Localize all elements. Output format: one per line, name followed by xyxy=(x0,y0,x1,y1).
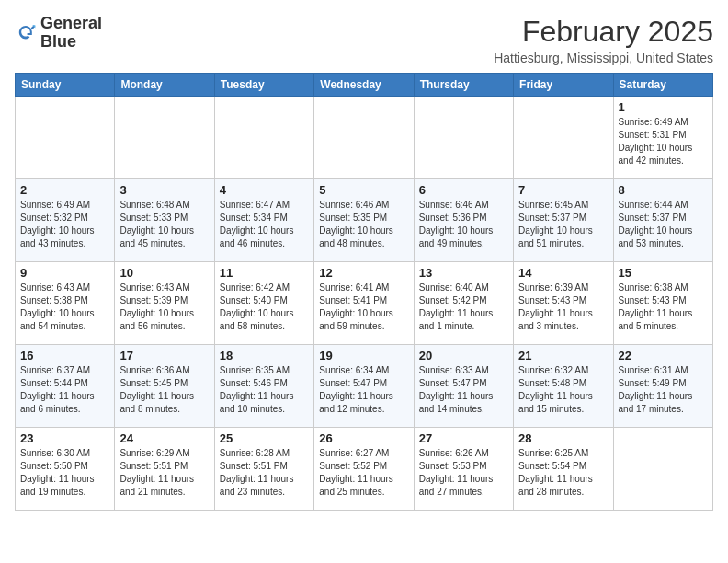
day-number: 4 xyxy=(220,183,309,197)
day-cell xyxy=(613,428,712,511)
day-cell: 25Sunrise: 6:28 AM Sunset: 5:51 PM Dayli… xyxy=(214,428,313,511)
day-number: 13 xyxy=(419,266,508,280)
calendar-table: SundayMondayTuesdayWednesdayThursdayFrid… xyxy=(15,73,713,511)
day-number: 19 xyxy=(319,349,408,362)
day-info: Sunrise: 6:40 AM Sunset: 5:42 PM Dayligh… xyxy=(419,282,508,333)
title-block: February 2025 Hattiesburg, Mississippi, … xyxy=(494,15,713,65)
day-cell: 20Sunrise: 6:33 AM Sunset: 5:47 PM Dayli… xyxy=(414,345,513,428)
day-info: Sunrise: 6:26 AM Sunset: 5:53 PM Dayligh… xyxy=(419,447,508,499)
logo: General Blue xyxy=(15,15,102,52)
day-info: Sunrise: 6:41 AM Sunset: 5:41 PM Dayligh… xyxy=(319,282,408,333)
day-cell xyxy=(16,97,115,179)
day-cell: 6Sunrise: 6:46 AM Sunset: 5:36 PM Daylig… xyxy=(414,179,513,262)
day-cell: 5Sunrise: 6:46 AM Sunset: 5:35 PM Daylig… xyxy=(314,179,414,262)
day-info: Sunrise: 6:33 AM Sunset: 5:47 PM Dayligh… xyxy=(419,364,508,416)
day-cell: 13Sunrise: 6:40 AM Sunset: 5:42 PM Dayli… xyxy=(414,262,513,345)
day-info: Sunrise: 6:30 AM Sunset: 5:50 PM Dayligh… xyxy=(20,447,109,499)
day-info: Sunrise: 6:43 AM Sunset: 5:38 PM Dayligh… xyxy=(20,282,109,333)
month-title: February 2025 xyxy=(494,15,713,49)
location: Hattiesburg, Mississippi, United States xyxy=(494,51,713,65)
day-info: Sunrise: 6:28 AM Sunset: 5:51 PM Dayligh… xyxy=(220,447,309,499)
day-cell: 21Sunrise: 6:32 AM Sunset: 5:48 PM Dayli… xyxy=(514,345,613,428)
day-cell: 24Sunrise: 6:29 AM Sunset: 5:51 PM Dayli… xyxy=(115,428,214,511)
day-number: 28 xyxy=(518,431,608,445)
day-number: 18 xyxy=(220,349,309,362)
day-header-sunday: Sunday xyxy=(16,74,115,97)
week-row-2: 2Sunrise: 6:49 AM Sunset: 5:32 PM Daylig… xyxy=(16,179,713,262)
day-info: Sunrise: 6:44 AM Sunset: 5:37 PM Dayligh… xyxy=(619,199,708,250)
day-info: Sunrise: 6:45 AM Sunset: 5:37 PM Dayligh… xyxy=(518,199,608,250)
day-number: 21 xyxy=(518,349,608,362)
day-info: Sunrise: 6:42 AM Sunset: 5:40 PM Dayligh… xyxy=(220,282,309,333)
day-info: Sunrise: 6:34 AM Sunset: 5:47 PM Dayligh… xyxy=(319,364,408,416)
day-info: Sunrise: 6:25 AM Sunset: 5:54 PM Dayligh… xyxy=(518,447,608,499)
day-info: Sunrise: 6:46 AM Sunset: 5:36 PM Dayligh… xyxy=(419,199,508,250)
day-number: 7 xyxy=(518,183,608,197)
day-header-monday: Monday xyxy=(115,74,214,97)
day-cell: 2Sunrise: 6:49 AM Sunset: 5:32 PM Daylig… xyxy=(16,179,115,262)
day-cell: 17Sunrise: 6:36 AM Sunset: 5:45 PM Dayli… xyxy=(115,345,214,428)
day-cell: 4Sunrise: 6:47 AM Sunset: 5:34 PM Daylig… xyxy=(214,179,313,262)
day-number: 17 xyxy=(119,349,209,362)
day-cell xyxy=(514,97,613,179)
logo-icon xyxy=(15,22,37,44)
day-header-saturday: Saturday xyxy=(613,74,712,97)
day-cell: 26Sunrise: 6:27 AM Sunset: 5:52 PM Dayli… xyxy=(314,428,414,511)
week-row-3: 9Sunrise: 6:43 AM Sunset: 5:38 PM Daylig… xyxy=(16,262,713,345)
day-info: Sunrise: 6:43 AM Sunset: 5:39 PM Dayligh… xyxy=(119,282,209,333)
day-header-wednesday: Wednesday xyxy=(314,74,414,97)
day-number: 1 xyxy=(619,100,708,114)
day-cell: 22Sunrise: 6:31 AM Sunset: 5:49 PM Dayli… xyxy=(613,345,712,428)
day-info: Sunrise: 6:29 AM Sunset: 5:51 PM Dayligh… xyxy=(119,447,209,499)
day-cell: 12Sunrise: 6:41 AM Sunset: 5:41 PM Dayli… xyxy=(314,262,414,345)
day-number: 25 xyxy=(220,431,309,445)
day-number: 20 xyxy=(419,349,508,362)
day-info: Sunrise: 6:39 AM Sunset: 5:43 PM Dayligh… xyxy=(518,282,608,333)
day-number: 6 xyxy=(419,183,508,197)
day-number: 10 xyxy=(119,266,209,280)
day-info: Sunrise: 6:47 AM Sunset: 5:34 PM Dayligh… xyxy=(220,199,309,250)
day-number: 16 xyxy=(20,349,109,362)
day-cell: 8Sunrise: 6:44 AM Sunset: 5:37 PM Daylig… xyxy=(613,179,712,262)
day-cell: 16Sunrise: 6:37 AM Sunset: 5:44 PM Dayli… xyxy=(16,345,115,428)
calendar-body: 1Sunrise: 6:49 AM Sunset: 5:31 PM Daylig… xyxy=(16,97,713,511)
week-row-1: 1Sunrise: 6:49 AM Sunset: 5:31 PM Daylig… xyxy=(16,97,713,179)
day-info: Sunrise: 6:48 AM Sunset: 5:33 PM Dayligh… xyxy=(119,199,209,250)
day-number: 24 xyxy=(119,431,209,445)
day-info: Sunrise: 6:49 AM Sunset: 5:31 PM Dayligh… xyxy=(619,116,708,167)
day-number: 22 xyxy=(619,349,708,362)
day-cell: 23Sunrise: 6:30 AM Sunset: 5:50 PM Dayli… xyxy=(16,428,115,511)
week-row-4: 16Sunrise: 6:37 AM Sunset: 5:44 PM Dayli… xyxy=(16,345,713,428)
day-number: 26 xyxy=(319,431,408,445)
day-header-thursday: Thursday xyxy=(414,74,513,97)
day-info: Sunrise: 6:37 AM Sunset: 5:44 PM Dayligh… xyxy=(20,364,109,416)
day-header-tuesday: Tuesday xyxy=(214,74,313,97)
day-number: 9 xyxy=(20,266,109,280)
day-number: 27 xyxy=(419,431,508,445)
day-number: 3 xyxy=(119,183,209,197)
day-cell: 28Sunrise: 6:25 AM Sunset: 5:54 PM Dayli… xyxy=(514,428,613,511)
calendar-header: SundayMondayTuesdayWednesdayThursdayFrid… xyxy=(16,74,713,97)
day-info: Sunrise: 6:27 AM Sunset: 5:52 PM Dayligh… xyxy=(319,447,408,499)
day-info: Sunrise: 6:38 AM Sunset: 5:43 PM Dayligh… xyxy=(619,282,708,333)
day-number: 11 xyxy=(220,266,309,280)
day-cell xyxy=(414,97,513,179)
day-cell: 10Sunrise: 6:43 AM Sunset: 5:39 PM Dayli… xyxy=(115,262,214,345)
day-number: 15 xyxy=(619,266,708,280)
day-cell: 3Sunrise: 6:48 AM Sunset: 5:33 PM Daylig… xyxy=(115,179,214,262)
day-info: Sunrise: 6:32 AM Sunset: 5:48 PM Dayligh… xyxy=(518,364,608,416)
day-cell xyxy=(314,97,414,179)
day-cell: 9Sunrise: 6:43 AM Sunset: 5:38 PM Daylig… xyxy=(16,262,115,345)
day-cell: 11Sunrise: 6:42 AM Sunset: 5:40 PM Dayli… xyxy=(214,262,313,345)
day-info: Sunrise: 6:35 AM Sunset: 5:46 PM Dayligh… xyxy=(220,364,309,416)
day-cell: 7Sunrise: 6:45 AM Sunset: 5:37 PM Daylig… xyxy=(514,179,613,262)
logo-text: General Blue xyxy=(40,15,102,52)
day-number: 2 xyxy=(20,183,109,197)
day-cell: 14Sunrise: 6:39 AM Sunset: 5:43 PM Dayli… xyxy=(514,262,613,345)
day-number: 14 xyxy=(518,266,608,280)
day-info: Sunrise: 6:49 AM Sunset: 5:32 PM Dayligh… xyxy=(20,199,109,250)
day-header-friday: Friday xyxy=(514,74,613,97)
day-info: Sunrise: 6:36 AM Sunset: 5:45 PM Dayligh… xyxy=(119,364,209,416)
day-number: 23 xyxy=(20,431,109,445)
day-cell xyxy=(214,97,313,179)
